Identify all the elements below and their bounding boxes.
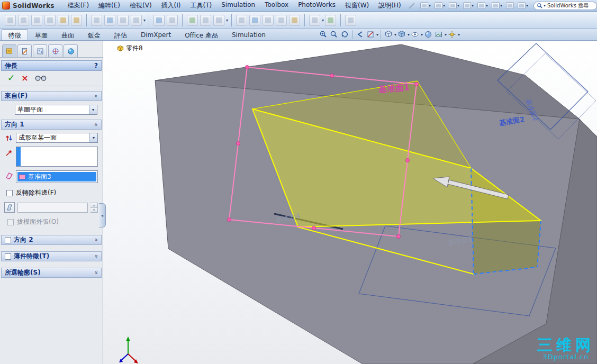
display-style-icon[interactable] — [396, 30, 407, 40]
search-box[interactable]: ▾ SolidWorks 搜尋 — [533, 2, 597, 10]
dropdown-arrow-icon[interactable]: ▾ — [322, 18, 324, 23]
section-direction1[interactable]: 方向 1 « — [1, 120, 102, 130]
toolbar-button[interactable] — [309, 15, 320, 26]
tab-simulation[interactable]: Simulation — [225, 29, 273, 40]
dropdown-arrow-icon[interactable]: ▾ — [376, 32, 378, 37]
edit-appearance-icon[interactable] — [423, 30, 433, 40]
from-dropdown[interactable]: 草圖平面 ▾ — [15, 105, 97, 115]
dropdown-arrow-icon[interactable]: ▾ — [486, 3, 488, 8]
end-condition-dropdown-button[interactable]: ▾ — [89, 133, 97, 142]
view-settings-icon[interactable] — [447, 30, 457, 40]
select-icon[interactable] — [492, 2, 500, 9]
view-orientation-icon[interactable] — [383, 30, 394, 40]
direction-selection-box[interactable] — [16, 147, 98, 167]
toolbar-button[interactable] — [91, 15, 102, 26]
ok-button[interactable]: ✓ — [7, 74, 15, 83]
face-selection-box[interactable]: 基准面3 — [16, 170, 98, 183]
featuremanager-tab[interactable] — [2, 44, 16, 57]
viewport[interactable]: 基准面1 基准面2 基准面2 基准面4 基准面3 零件8 三维网 3Dporta… — [103, 41, 597, 364]
dropdown-arrow-icon[interactable]: ▾ — [443, 3, 445, 8]
tab-surfaces[interactable]: 曲面 — [55, 29, 81, 40]
dropdown-arrow-icon[interactable]: ▾ — [457, 3, 459, 8]
apply-scene-icon[interactable] — [433, 30, 444, 40]
menu-view[interactable]: 檢視(V) — [125, 0, 157, 11]
toolbar-button[interactable] — [31, 15, 42, 26]
search-dropdown-arrow-icon[interactable]: ▾ — [544, 3, 546, 8]
zoom-fit-icon[interactable] — [329, 30, 339, 40]
menu-file[interactable]: 檔案(F) — [63, 0, 94, 11]
toolbar-button[interactable] — [58, 15, 69, 26]
propertymanager-tab[interactable] — [17, 44, 32, 57]
toolbar-button[interactable] — [104, 15, 115, 26]
flip-side-checkbox[interactable] — [6, 190, 13, 196]
toolbar-button[interactable] — [325, 15, 336, 26]
hide-show-items-icon[interactable] — [410, 30, 420, 40]
toolbar-button[interactable] — [289, 15, 300, 26]
help-icon[interactable]: ? — [94, 62, 98, 69]
reverse-direction-icon[interactable] — [5, 134, 13, 142]
direction2-checkbox[interactable] — [5, 237, 11, 243]
dropdown-arrow-icon[interactable]: ▾ — [472, 3, 474, 8]
print-icon[interactable] — [463, 2, 471, 9]
section-thin-feature[interactable]: 薄件特徵(T) « — [1, 251, 102, 261]
menu-simulation[interactable]: Simulation — [216, 0, 260, 11]
toolbar-button[interactable] — [236, 15, 247, 26]
new-document-icon[interactable] — [420, 2, 428, 9]
configurationmanager-tab[interactable] — [33, 44, 47, 57]
toolbar-button[interactable] — [18, 15, 29, 26]
search-input[interactable]: SolidWorks 搜尋 — [547, 2, 589, 10]
open-icon[interactable] — [435, 2, 442, 9]
rotate-view-icon[interactable] — [339, 30, 350, 40]
tab-sheet-metal[interactable]: 鈑金 — [81, 29, 107, 40]
previous-view-icon[interactable] — [355, 30, 365, 40]
detailed-preview-button[interactable] — [35, 75, 47, 81]
dropdown-arrow-icon[interactable]: ▾ — [526, 3, 528, 8]
menu-toolbox[interactable]: Toolbox — [260, 0, 293, 11]
options-icon[interactable] — [518, 2, 526, 9]
toolbar-button[interactable] — [263, 15, 274, 26]
toolbar-button[interactable] — [249, 15, 260, 26]
tab-evaluate[interactable]: 評估 — [107, 29, 134, 40]
toolbar-button[interactable] — [131, 15, 142, 26]
menu-tools[interactable]: 工具(T) — [186, 0, 217, 11]
from-dropdown-button[interactable]: ▾ — [89, 105, 97, 114]
section-view-icon[interactable] — [365, 30, 376, 40]
menu-window[interactable]: 視窗(W) — [340, 0, 374, 11]
rebuild-icon[interactable] — [506, 2, 514, 9]
cancel-button[interactable]: × — [21, 74, 28, 83]
feature-tree-root[interactable]: 零件8 — [117, 44, 143, 53]
tab-dimxpert[interactable]: DimXpert — [134, 29, 178, 40]
menu-edit[interactable]: 編輯(E) — [94, 0, 125, 11]
end-condition-dropdown[interactable]: 成形至某一面 ▾ — [16, 133, 98, 143]
toolbar-button[interactable] — [276, 15, 287, 26]
toolbar-button[interactable] — [167, 15, 178, 26]
toolbar-button[interactable] — [345, 15, 356, 26]
toolbar-button[interactable] — [117, 15, 129, 26]
toolbar-button[interactable] — [213, 15, 224, 26]
toolbar-button[interactable] — [44, 15, 56, 26]
toolbar-button[interactable] — [5, 15, 16, 26]
dropdown-arrow-icon[interactable]: ▾ — [458, 32, 460, 37]
zoom-in-icon[interactable] — [318, 30, 329, 40]
thin-feature-checkbox[interactable] — [5, 253, 11, 260]
undo-icon[interactable] — [477, 2, 485, 9]
panel-splitter-handle[interactable]: ◂ — [99, 203, 106, 228]
tab-sketch[interactable]: 草圖 — [28, 29, 55, 40]
toolbar-button[interactable] — [153, 15, 165, 26]
selected-face-item[interactable]: 基准面3 — [17, 172, 96, 181]
menu-photoworks[interactable]: PhotoWorks — [293, 0, 340, 11]
menu-help[interactable]: 說明(H) — [374, 0, 405, 11]
dimxpertmanager-tab[interactable] — [48, 44, 62, 57]
dropdown-arrow-icon[interactable]: ▾ — [143, 18, 146, 23]
toolbar-button[interactable] — [71, 15, 82, 26]
dropdown-arrow-icon[interactable]: ▾ — [226, 18, 228, 23]
save-icon[interactable] — [449, 2, 457, 9]
toolbar-button[interactable] — [187, 15, 198, 26]
section-from[interactable]: 來自(F) « — [1, 91, 102, 101]
section-selected-contours[interactable]: 所選輪廓(S) « — [1, 268, 102, 278]
displaymanager-tab[interactable] — [64, 44, 78, 57]
dropdown-arrow-icon[interactable]: ▾ — [429, 3, 431, 8]
tab-features[interactable]: 特徵 — [2, 29, 28, 40]
dropdown-arrow-icon[interactable]: ▾ — [500, 3, 502, 8]
section-direction2[interactable]: 方向 2 « — [1, 235, 102, 245]
